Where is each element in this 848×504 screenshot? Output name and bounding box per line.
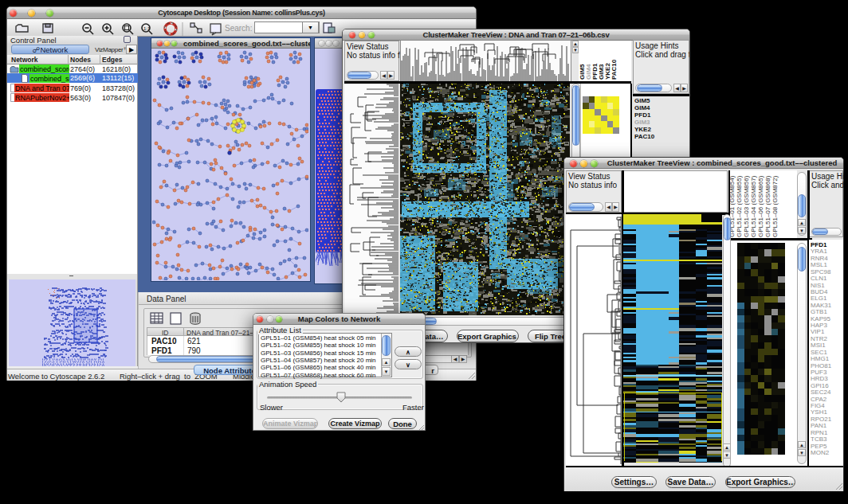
svg-text:GPL51–06 (GSM865): GPL51–06 (GSM865) [757,175,764,237]
svg-text:GPL51–03 (GSM856): GPL51–03 (GSM856) [743,175,750,237]
svg-text:1:1: 1:1 [143,26,151,31]
svg-text:GPL51–04 (GSM857): GPL51–04 (GSM857) [750,175,757,237]
svg-text:PAC10: PAC10 [610,59,618,80]
svg-text:GPL51–07 (GSM868): GPL51–07 (GSM868) [764,175,771,237]
svg-text:GPL51–02 (GSM855): GPL51–02 (GSM855) [736,175,743,237]
svg-text:GPL51–08 (GSM872): GPL51–08 (GSM872) [771,175,779,237]
svg-text:GPL51–01 (GSM854): GPL51–01 (GSM854) [730,175,736,237]
